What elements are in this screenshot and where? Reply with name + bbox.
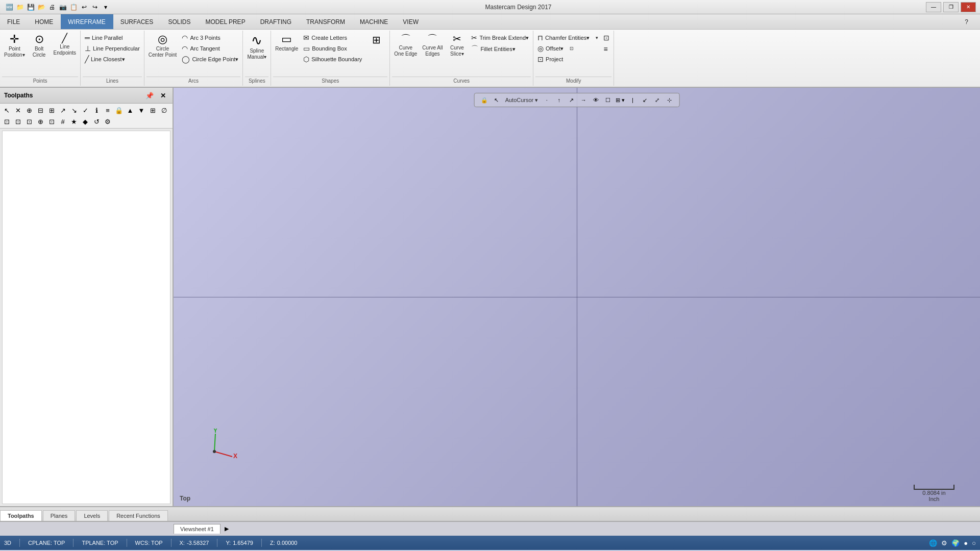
bolt-circle-btn[interactable]: ⊙ BoltCircle xyxy=(28,33,51,59)
ac-arrow3-btn[interactable]: → xyxy=(578,94,589,106)
point-position-btn[interactable]: ✛ PointPosition▾ xyxy=(2,33,27,59)
silhouette-boundary-btn[interactable]: ⬡ Silhouette Boundary xyxy=(301,54,364,64)
tp-down-btn[interactable]: ▼ xyxy=(136,105,147,116)
viewport[interactable]: 🔒 ↖ AutoCursor ▾ · ↑ ↗ → 👁 ☐ ⊞ ▾ | ↙ ⤢ ⊹ xyxy=(174,88,980,506)
status-circle2-btn[interactable]: ○ xyxy=(972,539,976,547)
tp-remove-btn[interactable]: ⊟ xyxy=(35,105,46,116)
status-settings-btn[interactable]: ⚙ xyxy=(941,539,947,547)
tp-settings-btn[interactable]: ⚙ xyxy=(102,116,113,127)
ac-cursor3-btn[interactable]: ⤢ xyxy=(651,94,663,106)
save-btn[interactable]: 💾 xyxy=(26,2,36,12)
capture-btn[interactable]: 📷 xyxy=(58,2,68,12)
menu-drafting[interactable]: DRAFTING xyxy=(253,14,299,29)
shapes-extra-btn[interactable]: ⊞ xyxy=(365,33,387,47)
tp-plus-btn[interactable]: ⊕ xyxy=(35,116,46,127)
menu-file[interactable]: FILE xyxy=(0,14,28,29)
tp-select2-btn[interactable]: ↗ xyxy=(57,105,68,116)
ac-select-btn[interactable]: ☐ xyxy=(602,94,614,106)
tp-info-btn[interactable]: ℹ xyxy=(91,105,102,116)
quick-access-toolbar[interactable]: 🆕 📁 💾 📂 🖨 📷 📋 ↩ ↪ ▾ xyxy=(4,2,111,12)
redo-btn[interactable]: ↪ xyxy=(90,2,100,12)
help-btn[interactable]: ? xyxy=(958,18,976,26)
ac-cursor2-btn[interactable]: ↙ xyxy=(639,94,650,106)
window-controls[interactable]: — ❐ ✕ xyxy=(926,2,976,12)
new-btn[interactable]: 🆕 xyxy=(4,2,14,12)
menu-surfaces[interactable]: SURFACES xyxy=(113,14,161,29)
maximize-btn[interactable]: ❐ xyxy=(943,2,959,12)
arc-tangent-btn[interactable]: ◠ Arc Tangent xyxy=(180,43,240,54)
print-btn[interactable]: 🖨 xyxy=(47,2,57,12)
tp-diamond-btn[interactable]: ◆ xyxy=(80,116,91,127)
ac-lock-btn[interactable]: 🔒 xyxy=(479,94,490,106)
panel-close-btn[interactable]: ✕ xyxy=(157,90,168,101)
tp-add-btn[interactable]: ⊕ xyxy=(23,105,35,116)
viewport-canvas[interactable]: 🔒 ↖ AutoCursor ▾ · ↑ ↗ → 👁 ☐ ⊞ ▾ | ↙ ⤢ ⊹ xyxy=(174,88,980,506)
project-btn[interactable]: ⊡ Project xyxy=(535,54,600,64)
status-globe-btn[interactable]: 🌐 xyxy=(929,539,937,547)
offset-btn[interactable]: ◎ Offset▾ ⊡ xyxy=(535,43,600,54)
tp-circle-btn[interactable]: ∅ xyxy=(158,105,169,116)
tp-box-btn[interactable]: ⊡ xyxy=(1,116,12,127)
tp-up-btn[interactable]: ▲ xyxy=(125,105,136,116)
line-perpendicular-btn[interactable]: ⊥ Line Perpendicular xyxy=(83,43,142,54)
ac-cursor4-btn[interactable]: ⊹ xyxy=(664,94,675,106)
bounding-box-btn[interactable]: ▭ Bounding Box xyxy=(301,43,364,54)
ac-eye-btn[interactable]: 👁 xyxy=(590,94,601,106)
panel-controls[interactable]: 📌 ✕ xyxy=(144,90,168,101)
menu-solids[interactable]: SOLIDS xyxy=(161,14,198,29)
ac-arrow2-btn[interactable]: ↗ xyxy=(566,94,577,106)
ac-arrow-btn[interactable]: ↑ xyxy=(553,94,565,106)
menu-transform[interactable]: TRANSFORM xyxy=(299,14,353,29)
status-globe2-btn[interactable]: 🌍 xyxy=(951,539,960,547)
tab-planes[interactable]: Planes xyxy=(43,510,76,521)
tp-layers-btn[interactable]: ⊞ xyxy=(46,105,57,116)
curve-slice-btn[interactable]: ✂ CurveSlice▾ xyxy=(446,33,468,58)
menu-home[interactable]: HOME xyxy=(28,14,61,29)
circle-center-point-btn[interactable]: ◎ CircleCenter Point xyxy=(146,33,179,59)
tp-hash-btn[interactable]: # xyxy=(57,116,68,127)
ac-grid-btn[interactable]: ⊞ ▾ xyxy=(615,94,626,106)
tab-recent-functions[interactable]: Recent Functions xyxy=(109,510,168,521)
tp-select-btn[interactable]: ↖ xyxy=(1,105,12,116)
curve-all-edges-btn[interactable]: ⌒ Curve AllEdges xyxy=(420,33,445,58)
panel-pin-btn[interactable]: 📌 xyxy=(144,90,155,101)
tp-box2-btn[interactable]: ⊡ xyxy=(12,116,23,127)
tp-sort-btn[interactable]: ≡ xyxy=(102,105,113,116)
tp-star-btn[interactable]: ★ xyxy=(68,116,80,127)
tp-check-btn[interactable]: ✓ xyxy=(80,105,91,116)
ac-cursor-btn[interactable]: ↖ xyxy=(491,94,502,106)
arc-3points-btn[interactable]: ◠ Arc 3 Points xyxy=(180,33,240,43)
trim-break-extend-btn[interactable]: ✂ Trim Break Extend▾ xyxy=(469,33,531,43)
tp-refresh-btn[interactable]: ↺ xyxy=(91,116,102,127)
tp-grid-btn[interactable]: ⊞ xyxy=(147,105,158,116)
create-letters-btn[interactable]: ✉ Create Letters xyxy=(301,33,364,43)
modify-extra2[interactable]: ≡ xyxy=(601,44,611,54)
tab-toolpaths[interactable]: Toolpaths xyxy=(0,510,42,521)
merge-btn[interactable]: 📋 xyxy=(68,2,79,12)
circle-edge-point-btn[interactable]: ◯ Circle Edge Point▾ xyxy=(180,54,240,64)
menu-view[interactable]: VIEW xyxy=(396,14,426,29)
spline-manual-btn[interactable]: ∿ SplineManual▾ xyxy=(245,33,268,61)
saveas-btn[interactable]: 📂 xyxy=(36,2,46,12)
minimize-btn[interactable]: — xyxy=(926,2,941,12)
tp-box3-btn[interactable]: ⊡ xyxy=(23,116,35,127)
sheet-scroll-right[interactable]: ▶ xyxy=(223,525,231,532)
ac-dot-btn[interactable]: · xyxy=(541,94,552,106)
close-btn[interactable]: ✕ xyxy=(961,2,976,12)
undo-btn[interactable]: ↩ xyxy=(79,2,89,12)
menu-wireframe[interactable]: WIREFRAME xyxy=(61,14,113,29)
menu-machine[interactable]: MACHINE xyxy=(353,14,396,29)
line-closest-btn[interactable]: ╱ Line Closest▾ xyxy=(83,54,142,64)
menu-model-prep[interactable]: MODEL PREP xyxy=(198,14,253,29)
chamfer-entities-btn[interactable]: ⊓ Chamfer Entities▾ ▾ xyxy=(535,33,600,43)
tab-levels[interactable]: Levels xyxy=(76,510,108,521)
autocursor-bar[interactable]: 🔒 ↖ AutoCursor ▾ · ↑ ↗ → 👁 ☐ ⊞ ▾ | ↙ ⤢ ⊹ xyxy=(474,93,680,107)
open-btn[interactable]: 📁 xyxy=(15,2,25,12)
line-parallel-btn[interactable]: ═ Line Parallel xyxy=(83,33,142,43)
qa-more-btn[interactable]: ▾ xyxy=(101,2,111,12)
modify-extra1[interactable]: ⊡ xyxy=(601,33,611,43)
curve-one-edge-btn[interactable]: ⌒ CurveOne Edge xyxy=(392,33,419,58)
rectangle-btn[interactable]: ▭ Rectangle xyxy=(273,33,300,53)
line-endpoints-btn[interactable]: ╱ LineEndpoints xyxy=(52,33,78,57)
tp-lock-btn[interactable]: 🔒 xyxy=(113,105,125,116)
